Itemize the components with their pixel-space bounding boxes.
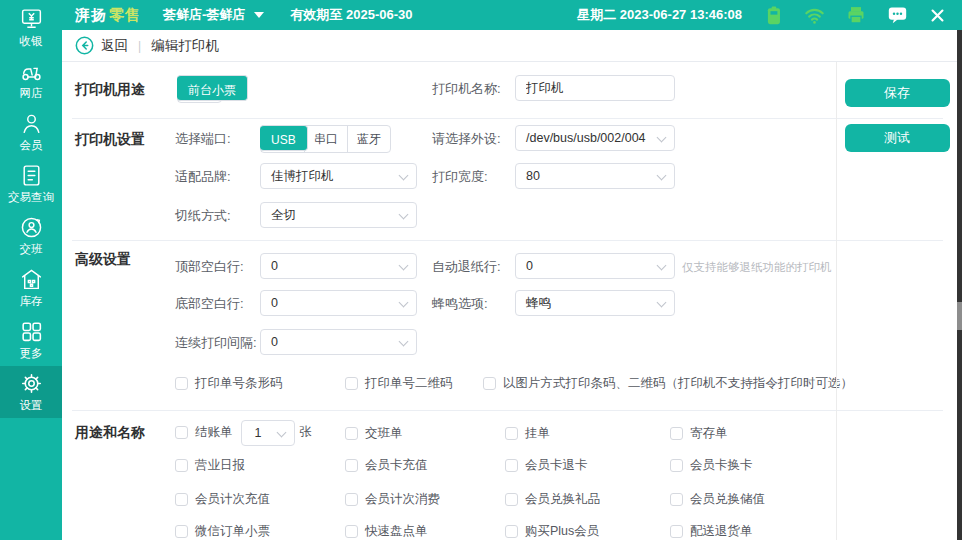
- cut-mode-select[interactable]: 全切: [260, 202, 417, 228]
- scrollbar[interactable]: [957, 30, 962, 540]
- usage-item-12: 微信订单小票: [175, 523, 270, 539]
- beep-select[interactable]: 蜂鸣: [515, 290, 675, 316]
- qrcode-checkbox-label: 打印单号二维码: [365, 375, 453, 392]
- sidebar-item-transactions[interactable]: 交易查询: [0, 158, 62, 210]
- beep-label: 蜂鸣选项:: [432, 291, 488, 317]
- peripheral-select[interactable]: /dev/bus/usb/002/004: [515, 125, 675, 151]
- checkbox[interactable]: [175, 377, 188, 390]
- printer-name-label: 打印机名称:: [432, 76, 501, 102]
- sidebar-item-settings[interactable]: 设置: [0, 366, 62, 418]
- top-blank-select[interactable]: 0: [260, 253, 417, 279]
- section-label-purpose: 打印机用途: [75, 76, 145, 102]
- close-icon[interactable]: [929, 7, 946, 24]
- port-segmented-control: USB 网口 串口 蓝牙: [260, 125, 391, 153]
- app-logo: 湃扬 零售: [75, 6, 141, 25]
- sidebar-item-label: 交班: [20, 242, 43, 257]
- delivery-scooter-icon: [19, 59, 44, 84]
- usage-item-label: 快速盘点单: [365, 523, 428, 540]
- usage-item-0: 结账单 1 张: [175, 419, 312, 446]
- checkbox[interactable]: [345, 427, 358, 440]
- test-button[interactable]: 测试: [845, 124, 950, 152]
- purpose-segmented-control: 前台小票 标签: [177, 75, 222, 103]
- qrcode-checkbox-cell: 打印单号二维码: [345, 375, 453, 391]
- checkbox[interactable]: [670, 459, 683, 472]
- checkbox[interactable]: [505, 459, 518, 472]
- auto-retract-select[interactable]: 0: [515, 253, 675, 279]
- usage-item-label: 会员卡退卡: [525, 457, 588, 474]
- checkbox[interactable]: [345, 377, 358, 390]
- checkbox[interactable]: [175, 426, 188, 439]
- peripheral-value: /dev/bus/usb/002/004: [526, 131, 646, 145]
- usage-item-1: 交班单: [345, 425, 403, 441]
- chat-icon[interactable]: [887, 5, 908, 25]
- logo-text-primary: 湃扬: [75, 6, 107, 25]
- usage-item-label: 会员计次消费: [365, 491, 440, 508]
- copies-unit: 张: [300, 424, 313, 441]
- sidebar-item-shift[interactable]: 交班: [0, 210, 62, 262]
- checkbox[interactable]: [670, 427, 683, 440]
- port-option-usb[interactable]: USB: [260, 125, 308, 151]
- section-label-advanced: 高级设置: [75, 246, 131, 272]
- store-name: 荟鲜店-荟鲜店: [163, 6, 245, 24]
- battery-icon: [764, 5, 783, 26]
- sidebar: 收银 网店 会员 交易查询 交班 库存 更多 设置: [0, 0, 62, 540]
- checkbox[interactable]: [175, 493, 188, 506]
- gear-icon: [19, 371, 44, 396]
- save-button[interactable]: 保存: [845, 79, 950, 107]
- sidebar-item-label: 更多: [20, 346, 43, 361]
- usage-item-4: 营业日报: [175, 457, 245, 473]
- usage-item-15: 配送退货单: [670, 523, 753, 539]
- print-interval-value: 0: [271, 335, 278, 349]
- sidebar-item-more[interactable]: 更多: [0, 314, 62, 366]
- section-label-usage: 用途和名称: [75, 419, 145, 445]
- image-mode-checkbox-cell: 以图片方式打印条码、二维码（打印机不支持指令打印时可选）: [483, 375, 853, 391]
- barcode-checkbox-label: 打印单号条形码: [195, 375, 283, 392]
- printer-form: 打印机用途 前台小票 标签 打印机名称: 打印机设置 选择端口: USB 网口 …: [62, 30, 957, 540]
- port-option-bluetooth[interactable]: 蓝牙: [347, 126, 390, 152]
- cash-register-icon: [19, 7, 44, 32]
- usage-item-11: 会员兑换储值: [670, 491, 765, 507]
- chevron-down-icon: [254, 12, 264, 18]
- bottom-blank-select[interactable]: 0: [260, 290, 417, 316]
- checkbox[interactable]: [345, 525, 358, 538]
- sidebar-item-label: 设置: [20, 398, 43, 413]
- peripheral-label: 请选择外设:: [432, 126, 501, 152]
- brand-select[interactable]: 佳博打印机: [260, 163, 417, 189]
- printer-name-input[interactable]: [515, 75, 675, 101]
- store-selector[interactable]: 荟鲜店-荟鲜店: [163, 6, 264, 24]
- print-width-select[interactable]: 80: [515, 163, 675, 189]
- action-button-column: 保存 测试: [836, 62, 957, 540]
- scrollbar-thumb[interactable]: [957, 302, 962, 330]
- sidebar-item-label: 库存: [20, 294, 43, 309]
- sidebar-item-online-store[interactable]: 网店: [0, 54, 62, 106]
- usage-item-label: 微信订单小票: [195, 523, 270, 540]
- copies-select[interactable]: 1: [241, 420, 295, 446]
- port-label: 选择端口:: [175, 126, 231, 152]
- chevron-down-icon: [399, 210, 409, 220]
- purpose-option-receipt[interactable]: 前台小票: [177, 75, 248, 101]
- sidebar-item-cashier[interactable]: 收银: [0, 2, 62, 54]
- checkbox[interactable]: [505, 427, 518, 440]
- usage-item-label: 会员计次充值: [195, 491, 270, 508]
- print-interval-select[interactable]: 0: [260, 329, 417, 355]
- checkbox[interactable]: [483, 377, 496, 390]
- usage-item-label: 交班单: [365, 425, 403, 442]
- checkbox[interactable]: [670, 525, 683, 538]
- printer-icon: [846, 5, 866, 25]
- beep-value: 蜂鸣: [526, 296, 551, 310]
- chevron-down-icon: [657, 133, 667, 143]
- sidebar-item-inventory[interactable]: 库存: [0, 262, 62, 314]
- sidebar-item-members[interactable]: 会员: [0, 106, 62, 158]
- checkbox[interactable]: [175, 525, 188, 538]
- checkbox[interactable]: [345, 493, 358, 506]
- usage-item-label: 结账单: [195, 424, 233, 441]
- section-divider: [72, 240, 943, 241]
- port-option-serial[interactable]: 串口: [304, 126, 347, 152]
- print-width-label: 打印宽度:: [432, 164, 488, 190]
- checkbox[interactable]: [670, 493, 683, 506]
- usage-item-2: 挂单: [505, 425, 550, 441]
- checkbox[interactable]: [175, 459, 188, 472]
- checkbox[interactable]: [345, 459, 358, 472]
- checkbox[interactable]: [505, 493, 518, 506]
- checkbox[interactable]: [505, 525, 518, 538]
